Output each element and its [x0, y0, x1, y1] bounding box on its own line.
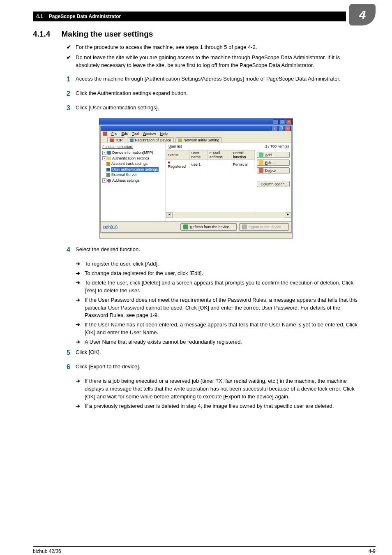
step-number: 3 — [67, 103, 76, 113]
tree-external-server[interactable]: External Server — [102, 172, 164, 178]
steps-list: 4 Select the desired function. — [67, 246, 359, 254]
sub-item: If the User Password does not meet the r… — [85, 296, 359, 320]
scroll-left-icon[interactable]: ◄ — [166, 212, 173, 218]
inner-max-icon[interactable]: ❐ — [278, 126, 284, 131]
arrow-icon: ➔ — [76, 377, 85, 401]
prereq-list: ✔ For the procedure to access the machin… — [67, 44, 359, 69]
menu-file[interactable]: File — [111, 132, 118, 136]
tree-account-track[interactable]: Account track settings — [102, 161, 164, 167]
edit-icon — [259, 160, 263, 165]
menu-bar: File Edit Tool Window Help — [101, 131, 291, 136]
delete-icon — [259, 168, 263, 173]
page-footer: bizhub 42/36 4-9 — [33, 546, 376, 554]
tab-network[interactable]: Network Initial Setting — [175, 137, 222, 143]
tab-icon — [130, 139, 134, 142]
arrow-icon: ➔ — [76, 338, 85, 346]
address-icon — [107, 179, 111, 183]
inner-titlebar: - ❐ × — [101, 126, 291, 131]
step-text: Click [OK]. — [76, 349, 101, 357]
tree-device-info[interactable]: +Device information(MFP) — [102, 150, 164, 156]
step6-sublist: ➔If there is a job being executed or a r… — [76, 377, 359, 410]
step-text: Select the desired function. — [76, 246, 140, 254]
prereq-item: Do not leave the site while you are gain… — [76, 54, 359, 69]
prereq-item: For the procedure to access the machine,… — [76, 44, 257, 51]
tab-top[interactable]: TOP — [107, 137, 125, 143]
column-option-button[interactable]: Column option... — [257, 181, 290, 187]
step-text: Access the machine through [Authenticati… — [76, 75, 341, 84]
menu-window[interactable]: Window — [143, 132, 156, 136]
step4-sublist: ➔To register the user, click [Add]. ➔To … — [76, 260, 359, 346]
tree-auth-settings[interactable]: -Authentication settings — [102, 156, 164, 162]
bottom-bar: Help(F1) Refresh from the device... Expo… — [101, 221, 291, 232]
tree-address-settings[interactable]: +Address settings — [102, 178, 164, 184]
arrow-icon: ➔ — [76, 402, 85, 410]
refresh-icon — [183, 224, 188, 229]
arrow-icon: ➔ — [76, 279, 85, 295]
userlist-count: 1 / 700 item(s) — [265, 144, 289, 148]
header-section-num: 4.1 — [36, 14, 43, 19]
edit-button[interactable]: Edit... — [257, 160, 290, 166]
sub-item: To register the user, click [Add]. — [85, 260, 159, 268]
nav-tree: +Device information(MFP) -Authentication… — [102, 150, 164, 183]
section-heading: 4.1.4 Making the user settings — [33, 30, 359, 39]
userlist-label: User list — [168, 144, 182, 148]
help-link[interactable]: Help(F1) — [103, 225, 118, 229]
col-status[interactable]: Status — [166, 150, 190, 160]
app-screenshot: - □ × - ❐ × File Edit Tool Window Help — [99, 118, 293, 238]
inner-restore-icon[interactable]: - — [272, 126, 277, 131]
footer-left: bizhub 42/36 — [33, 548, 61, 554]
section-number: 4.1.4 — [33, 30, 50, 38]
user-icon — [106, 168, 110, 171]
maximize-icon[interactable]: □ — [279, 119, 285, 125]
col-permit[interactable]: Permit function — [231, 150, 254, 160]
export-icon — [242, 224, 247, 229]
user-table: Status User name E-Mail address Permit f… — [166, 150, 255, 212]
minimize-icon[interactable]: - — [273, 119, 279, 125]
col-username[interactable]: User name — [189, 150, 208, 160]
inner-close-icon[interactable]: × — [285, 126, 291, 131]
table-row[interactable]: ■ Registered user1 Permit all — [166, 160, 255, 169]
sub-item: To delete the user, click [Delete] and a… — [85, 279, 359, 295]
sub-item: To change data registered for the user, … — [85, 270, 203, 278]
menu-edit[interactable]: Edit — [122, 132, 128, 136]
header-text: 4.1 PageScope Data Administrator — [33, 12, 346, 21]
side-buttons: Add... Edit... Delete Column option... — [255, 150, 291, 212]
export-button[interactable]: Export to the device... — [239, 223, 289, 231]
folder-icon — [107, 157, 111, 160]
add-button[interactable]: Add... — [257, 152, 290, 158]
tab-bar: TOP Registration of Device Network Initi… — [101, 136, 291, 143]
sub-item: If a previously registered user is delet… — [85, 402, 334, 410]
function-tree-panel: Function selection: +Device information(… — [101, 143, 166, 221]
arrow-icon: ➔ — [76, 260, 85, 268]
footer-right: 4-9 — [369, 548, 376, 554]
tab-icon — [110, 139, 114, 142]
col-email[interactable]: E-Mail address — [208, 150, 231, 160]
delete-button[interactable]: Delete — [257, 167, 290, 173]
sub-item: A User Name that already exists cannot b… — [85, 338, 242, 346]
h-scrollbar[interactable]: ◄ ► — [166, 212, 291, 218]
menu-help[interactable]: Help — [160, 132, 168, 136]
tree-user-auth-selected[interactable]: User authentication settings — [111, 167, 159, 173]
steps-list: 5 Click [OK]. 6 Click [Export to the dev… — [67, 349, 359, 372]
tab-registration[interactable]: Registration of Device — [127, 137, 174, 143]
steps-list: 1 Access the machine through [Authentica… — [67, 75, 359, 113]
scroll-right-icon[interactable]: ► — [285, 212, 291, 218]
section-title: Making the user settings — [62, 30, 153, 38]
refresh-button[interactable]: Refresh from the device... — [180, 223, 237, 231]
tab-icon — [178, 139, 182, 142]
user-list-panel: User list 1 / 700 item(s) Status User na… — [166, 143, 291, 221]
step-text: Click [Export to the device]. — [76, 363, 141, 372]
add-icon — [259, 153, 263, 157]
arrow-icon: ➔ — [76, 296, 85, 320]
menu-tool[interactable]: Tool — [132, 132, 139, 136]
sub-item: If the User Name has not been entered, a… — [85, 321, 359, 337]
device-icon — [107, 151, 111, 155]
table-header-row: Status User name E-Mail address Permit f… — [166, 150, 255, 160]
header-title: PageScope Data Administrator — [49, 14, 121, 19]
step-number: 1 — [67, 74, 76, 84]
close-icon[interactable]: × — [286, 119, 292, 125]
step-number: 4 — [67, 245, 76, 254]
arrow-icon: ➔ — [76, 321, 85, 337]
step-number: 5 — [67, 348, 76, 357]
step-number: 2 — [67, 89, 76, 98]
